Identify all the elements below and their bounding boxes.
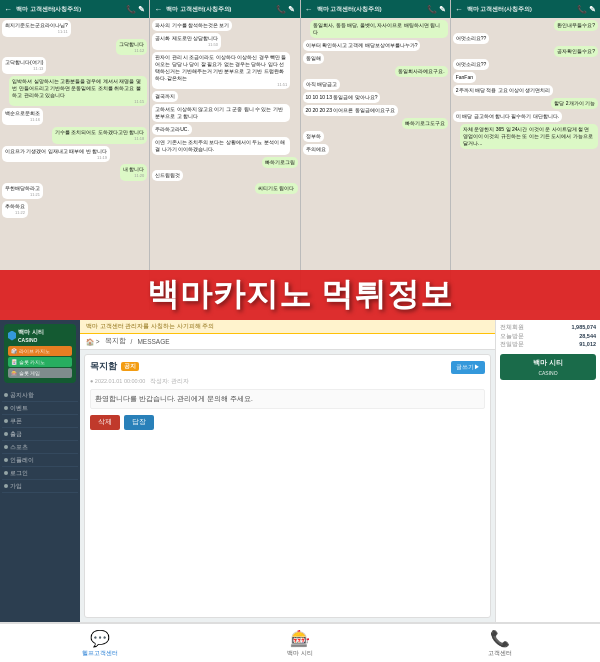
- nav-item-notice[interactable]: 공지사항: [2, 389, 78, 402]
- msg-bubble: 아직 배당금고: [303, 79, 340, 90]
- msg-row: 아직 배당금고: [303, 79, 448, 92]
- nav-item-withdraw[interactable]: 출금: [2, 428, 78, 441]
- msg-bubble: 씨티기도 됩이다: [255, 183, 297, 194]
- section-label-en: /: [131, 338, 133, 345]
- section-label-en-text: MESSAGE: [137, 338, 169, 345]
- bnav-item-support[interactable]: 📞 고객센터: [400, 626, 600, 661]
- msg-row: 공시화 제도로만 상담합니다11:50: [152, 33, 297, 52]
- msg-bubble: 신드됩됩것: [152, 170, 183, 181]
- msg-bubble: 빠하기로그도구요: [402, 118, 448, 129]
- msg-bubble: 공시화 제도로만 상담합니다11:50: [152, 33, 221, 50]
- msg-row: 미 배당 금고하여 합니다 필수하기 대단합니다.: [453, 111, 598, 124]
- msg-bubble: 어멋소리요??: [453, 33, 490, 44]
- msg-bubble: 백순으로문희조11:16: [2, 108, 43, 125]
- live-casino-btn[interactable]: 🎲 라이브 카지노: [8, 346, 72, 356]
- msg-row: 내 합니다11:20: [2, 164, 147, 183]
- msg-bubble: 주의에요: [303, 144, 329, 155]
- bottom-section: 백마 시티CASINO 🎲 라이브 카지노 🃏 슬롯 카지노 🎰 슬롯 게임 공…: [0, 320, 600, 622]
- back-icon-4[interactable]: ←: [455, 5, 463, 14]
- panel-1-header: ← 백마 고객센터(사칭주의) 📞 ✎: [0, 0, 149, 18]
- stat-yesterday-value: 91,012: [579, 341, 596, 348]
- msg-bubble: 결국까지: [152, 91, 178, 102]
- notice-bar: 백마 고객센터 관리자를 사칭하는 사기피해 주의: [80, 320, 495, 334]
- panel-2-header: ← 백마 고객센터(사칭주의) 📞 ✎: [150, 0, 299, 18]
- msg-row: 환인내무들수요?: [453, 20, 598, 33]
- panel-3-header: ← 백마 고객센터(사칭주의) 📞 ✎: [301, 0, 450, 18]
- right-casino-card: 백마 시티 CASINO: [500, 354, 596, 380]
- chat-panel-2: ← 백마 고객센터(사칭주의) 📞 ✎ 파사의 기수를 참석하는것은 보기 공시…: [150, 0, 300, 310]
- nav-item-coupon[interactable]: 쿠폰: [2, 415, 78, 428]
- msg-bubble: 환인내무들수요?: [554, 20, 598, 31]
- stat-total: 전체회원 1,985,074: [500, 324, 596, 331]
- msg-bubble: 빠하기로그림: [262, 157, 298, 168]
- back-icon-2[interactable]: ←: [154, 5, 162, 14]
- panel-3-title: 백마 고객센터(사칭주의): [317, 6, 425, 13]
- msg-row: 할당 2개가이 기능: [453, 98, 598, 111]
- nav-item-login[interactable]: 로그인: [2, 467, 78, 480]
- msg-bubble: 2주까지 배당 적용 고요 이상이 생기면치리: [453, 85, 554, 96]
- msg-row: 공자확인들수요?: [453, 46, 598, 59]
- msg-row: FanFan: [453, 72, 598, 85]
- back-icon-3[interactable]: ←: [305, 5, 313, 14]
- msg-bubble: 동일회사, 동등 배당, 올벳이, 자사이므로 배팅하시면 됩니다: [310, 20, 448, 38]
- msg-bubble: 이요므가 기생겠어 입재내고 때부에 반 합니다11:19: [2, 146, 110, 163]
- msg-row: 주의에요: [303, 144, 448, 157]
- bottom-nav-bar: 💬 헬프고객센터 🎰 백마 시티 📞 고객센터: [0, 622, 600, 662]
- panel-3-body: 동일회사, 동등 배당, 올벳이, 자사이므로 배팅하시면 됩니다 이부터 확인…: [301, 18, 450, 310]
- stat-today-label: 오늘방문: [500, 333, 524, 340]
- msg-row: 동일해: [303, 53, 448, 66]
- slot-game-btn[interactable]: 🎰 슬롯 게임: [8, 368, 72, 378]
- msg-row: 기수를 조치되어도 도하겠다고만 합니다11:18: [2, 127, 147, 146]
- msg-bubble: 고하셔도 이상하지 않고요 이기 그 군중 됩니 수 있는 기반 분부으로 고 …: [152, 104, 290, 122]
- nav-item-inplay[interactable]: 인플레이: [2, 454, 78, 467]
- casino-icon: 🎰: [290, 629, 310, 648]
- slot-casino-btn[interactable]: 🃏 슬롯 카지노: [8, 357, 72, 367]
- msg-row: 고하셔도 이상하지 않고요 이기 그 군중 됩니 수 있는 기반 분부으로 고 …: [152, 104, 297, 124]
- msg-row: 최지기준도는군요라이나님?11:11: [2, 20, 147, 39]
- reply-button[interactable]: 답장: [124, 415, 154, 430]
- msg-row: 입박하셔 실망하시는 고환분들을 경우에 계셔서 재명을 몇 번 만들어드리고 …: [2, 76, 147, 109]
- msg-row: 어멋소리요??: [453, 33, 598, 46]
- msg-bubble: 주라하고라UC.: [152, 124, 192, 135]
- msg-bubble: 자체 운영한지 365 일 24시간 이것이 운 사이트답게 철 면 영업이이 …: [460, 124, 598, 149]
- msg-row: 판자이 관리 시 조금이라도 이상하다 이상하신 경우 빽만 들어오는 당당 나…: [152, 52, 297, 92]
- nav-item-register[interactable]: 가입: [2, 480, 78, 493]
- panel-1-body: 최지기준도는군요라이나님?11:11 그닥합니다11:12 고닥합니다(여기)1…: [0, 18, 149, 310]
- casino-widget-title: 백마 시티CASINO: [8, 328, 72, 343]
- back-icon-1[interactable]: ←: [4, 5, 12, 14]
- msg-box-header-row: 목지함 공지 글쓰기▶: [90, 360, 485, 375]
- msg-author: 관리자: [171, 378, 189, 384]
- msg-bubble: 추하하요11:22: [2, 201, 28, 218]
- msg-box-title: 목지함 공지: [90, 360, 139, 373]
- breadcrumb: 🏠 >: [86, 338, 100, 346]
- msg-row: 백순으로문희조11:16: [2, 108, 147, 127]
- msg-row: 주라하고라UC.: [152, 124, 297, 137]
- bnav-label-support: 고객센터: [488, 649, 512, 658]
- bnav-item-casino[interactable]: 🎰 백마 시티: [200, 626, 400, 661]
- panel-1-title: 백마 고객센터(사칭주의): [16, 6, 124, 13]
- msg-row: 2주까지 배당 적용 고요 이상이 생기면치리: [453, 85, 598, 98]
- support-icon: 📞: [490, 629, 510, 648]
- chat-panel-3: ← 백마 고객센터(사칭주의) 📞 ✎ 동일회사, 동등 배당, 올벳이, 자사…: [301, 0, 451, 310]
- bnav-item-help[interactable]: 💬 헬프고객센터: [0, 626, 200, 661]
- nav-item-sports[interactable]: 스포츠: [2, 441, 78, 454]
- delete-button[interactable]: 삭제: [90, 415, 120, 430]
- msg-bubble: 10 10 10 13 동일금에 맞아나요?: [303, 92, 381, 103]
- msg-tag: 공지: [121, 362, 139, 371]
- msg-label: 목지함: [90, 360, 117, 373]
- center-header: 🏠 > 목지함 / MESSAGE: [80, 334, 495, 350]
- msg-bubble: 그닥합니다11:12: [116, 39, 147, 56]
- stats-section: 전체회원 1,985,074 오늘방문 28,544 전일방문 91,012: [500, 324, 596, 350]
- msg-date: 2022.01.01 00:00:00: [95, 378, 145, 384]
- write-button[interactable]: 글쓰기▶: [451, 361, 485, 374]
- section-label: 목지함: [105, 337, 126, 346]
- msg-body: 환영합니다를 반갑습니다. 관리에게 문의해 주세요.: [90, 389, 485, 409]
- msg-bubble: 무한배당하라고11:21: [2, 183, 43, 200]
- casino-name: 백마 시티CASINO: [18, 328, 44, 343]
- panel-2-title: 백마 고객센터(사칭주의): [166, 6, 274, 13]
- message-box: 목지함 공지 글쓰기▶ ● 2022.01.01 00:00:00 작성자: 관…: [84, 354, 491, 618]
- nav-item-event[interactable]: 이벤트: [2, 402, 78, 415]
- msg-row: 그닥합니다11:12: [2, 39, 147, 58]
- msg-bubble: 최지기준도는군요라이나님?11:11: [2, 20, 71, 37]
- left-nav: 백마 시티CASINO 🎲 라이브 카지노 🃏 슬롯 카지노 🎰 슬롯 게임 공…: [0, 320, 80, 622]
